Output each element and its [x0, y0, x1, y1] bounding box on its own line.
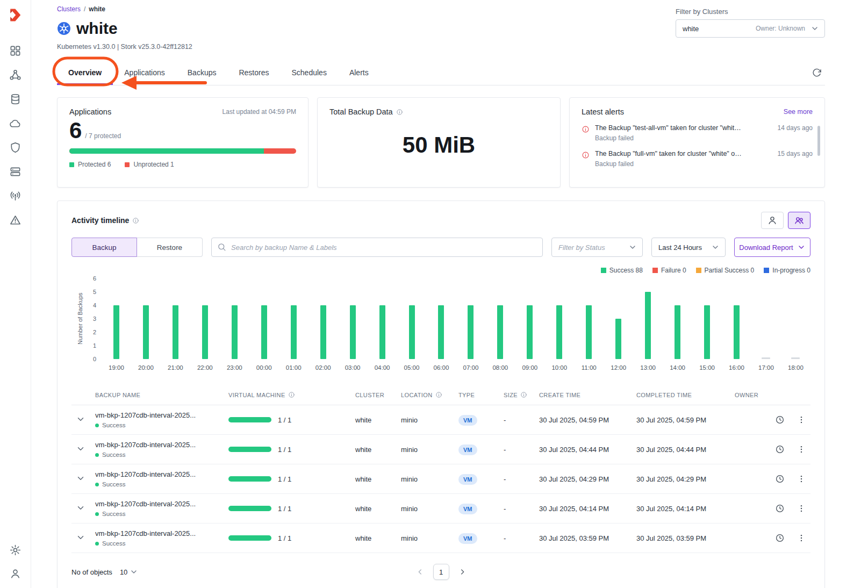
backup-name[interactable]: vm-bkp-1207cdb-interval-2025... [95, 500, 228, 508]
tab-restores[interactable]: Restores [227, 60, 280, 85]
clock-icon[interactable] [775, 415, 785, 425]
alert-item[interactable]: The Backup "full-vm" taken for cluster "… [582, 150, 813, 168]
chart-bar[interactable] [675, 305, 680, 359]
kebab-menu-icon[interactable] [797, 474, 806, 484]
alert-item[interactable]: The Backup "test-all-vm" taken for clust… [582, 124, 813, 142]
sidebar-item-cluster[interactable] [9, 69, 22, 82]
expand-row-icon[interactable] [76, 533, 85, 542]
cluster-filter-select[interactable]: white Owner: Unknown [676, 19, 825, 38]
create-time-cell: 30 Jul 2025, 04:29 PM [539, 475, 636, 483]
prev-page-icon[interactable] [416, 568, 425, 576]
clock-icon[interactable] [775, 474, 785, 484]
chart-bar[interactable] [320, 305, 326, 359]
current-page-button[interactable]: 1 [433, 564, 449, 580]
kebab-menu-icon[interactable] [797, 444, 806, 454]
page-size-select[interactable]: 10 [120, 568, 138, 576]
alerts-list: The Backup "test-all-vm" taken for clust… [582, 124, 813, 168]
chart-column: 06:00 [426, 278, 456, 359]
sidebar-item-user[interactable] [9, 568, 22, 580]
chart-bar[interactable] [468, 305, 474, 359]
portworx-logo-icon[interactable] [8, 7, 24, 23]
chart-bar[interactable] [261, 305, 267, 359]
info-icon [582, 151, 590, 159]
people-icon [794, 215, 805, 226]
backup-name[interactable]: vm-bkp-1207cdb-interval-2025... [95, 441, 228, 449]
vm-progress-bar [228, 506, 271, 511]
download-report-button[interactable]: Download Report [734, 238, 810, 257]
sidebar-item-settings[interactable] [9, 544, 22, 557]
chart-bar[interactable] [734, 305, 740, 359]
applications-card-title: Applications [69, 107, 111, 116]
expand-row-icon[interactable] [76, 503, 85, 513]
vm-progress-bar [228, 535, 271, 541]
chart-bar[interactable] [704, 305, 710, 359]
chart-bar[interactable] [615, 319, 621, 359]
chart-bar[interactable] [409, 305, 415, 359]
chart-bar[interactable] [291, 305, 297, 359]
info-icon [520, 391, 527, 398]
chart-bar[interactable] [113, 305, 119, 359]
chart-bar[interactable] [232, 305, 238, 359]
sidebar-item-broadcast[interactable] [9, 190, 22, 203]
backup-name[interactable]: vm-bkp-1207cdb-interval-2025... [95, 529, 228, 537]
backup-name[interactable]: vm-bkp-1207cdb-interval-2025... [95, 470, 228, 478]
chart-bar[interactable] [143, 305, 149, 359]
chart-bar[interactable] [497, 305, 503, 359]
expand-row-icon[interactable] [76, 474, 85, 483]
chart-bar[interactable] [379, 305, 385, 359]
chart-bar[interactable] [438, 305, 444, 359]
chart-column: 16:00 [722, 278, 751, 359]
clock-icon[interactable] [775, 533, 785, 543]
filter-by-status-select[interactable]: Filter by Status [551, 238, 643, 257]
kebab-menu-icon[interactable] [797, 533, 806, 543]
chart-bar[interactable] [556, 305, 562, 359]
vm-progress-bar [228, 417, 271, 422]
chart-column: 05:00 [397, 278, 427, 359]
chart-bar[interactable] [173, 305, 178, 359]
tab-backups[interactable]: Backups [176, 60, 228, 85]
search-input[interactable] [211, 238, 543, 257]
chart-bar[interactable] [527, 305, 533, 359]
sidebar-item-warning[interactable] [9, 214, 22, 227]
chart-bar[interactable] [350, 305, 356, 359]
sidebar-item-database[interactable] [9, 93, 22, 106]
sidebar-item-apps[interactable] [9, 45, 22, 58]
x-tick-label: 21:00 [168, 364, 183, 371]
all-users-view-button[interactable] [788, 212, 810, 229]
sidebar-item-server[interactable] [9, 166, 22, 178]
chart-bar[interactable] [586, 305, 592, 359]
clock-icon[interactable] [775, 504, 785, 513]
kebab-menu-icon[interactable] [797, 504, 806, 513]
tab-alerts[interactable]: Alerts [338, 60, 380, 85]
status-dot [95, 453, 99, 457]
backup-name[interactable]: vm-bkp-1207cdb-interval-2025... [95, 411, 228, 419]
column-header: SIZE [504, 391, 539, 398]
chart-bar[interactable] [645, 292, 651, 359]
expand-row-icon[interactable] [76, 444, 85, 454]
completed-time-cell: 30 Jul 2025, 04:44 PM [636, 446, 735, 454]
expand-row-icon[interactable] [76, 414, 85, 424]
x-tick-label: 11:00 [582, 364, 597, 371]
next-page-icon[interactable] [458, 568, 467, 576]
chart-bar[interactable] [202, 305, 208, 359]
tab-applications[interactable]: Applications [113, 60, 176, 85]
backup-toggle-button[interactable]: Backup [71, 238, 137, 257]
kebab-menu-icon[interactable] [797, 415, 806, 425]
time-range-select[interactable]: Last 24 Hours [651, 238, 726, 257]
my-activity-view-button[interactable] [761, 212, 784, 229]
applications-card: Applications Last updated at 04:59 PM 6 … [57, 97, 309, 188]
clock-icon[interactable] [775, 444, 785, 454]
tab-schedules[interactable]: Schedules [281, 60, 338, 85]
see-more-link[interactable]: See more [784, 108, 813, 116]
location-cell: minio [401, 534, 458, 542]
tab-overview[interactable]: Overview [57, 60, 113, 85]
chevron-down-icon [797, 243, 806, 252]
breadcrumb-clusters-link[interactable]: Clusters [57, 5, 81, 13]
vm-count: 1 / 1 [278, 475, 291, 483]
info-icon [435, 391, 442, 398]
sidebar-item-cloud[interactable] [9, 117, 22, 130]
restore-toggle-button[interactable]: Restore [137, 238, 203, 257]
alerts-scrollbar[interactable] [817, 126, 820, 156]
refresh-button[interactable] [812, 68, 822, 78]
sidebar-item-shield[interactable] [9, 141, 22, 154]
